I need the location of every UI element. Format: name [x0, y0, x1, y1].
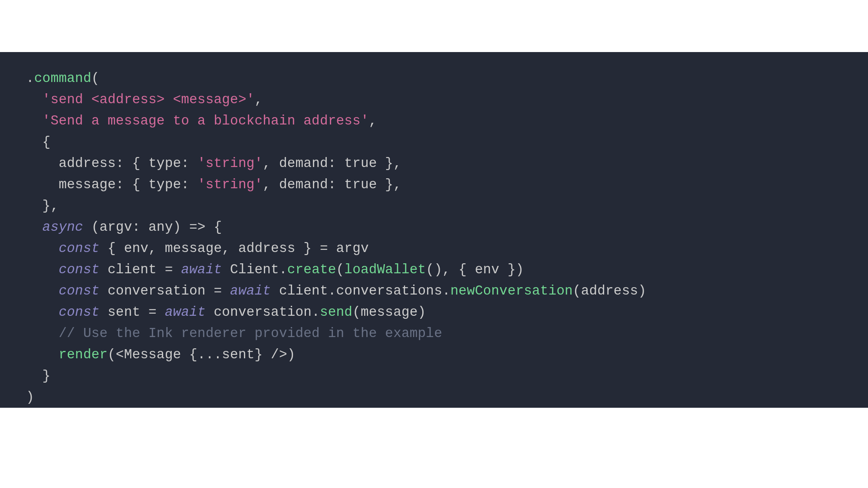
code-token: render [59, 347, 108, 362]
code-token: address: { type: [26, 156, 197, 171]
code-token [26, 92, 43, 107]
code-token: . [26, 71, 34, 86]
code-token: , demand: true }, [263, 177, 401, 192]
code-panel: .command( 'send <address> <message>', 'S… [0, 52, 868, 408]
code-token: { [26, 134, 50, 150]
code-token [26, 219, 43, 235]
code-token: const [59, 305, 99, 320]
code-token: Client. [222, 262, 287, 277]
code-token: const [59, 283, 99, 298]
code-token: client = [99, 262, 181, 277]
code-token: (<Message {...sent} />) [108, 347, 295, 362]
code-token: (argv: any) => { [83, 219, 222, 235]
code-token: , [369, 113, 377, 128]
code-token: 'send <address> <message>' [43, 92, 255, 107]
code-token: const [59, 241, 99, 256]
code-token [26, 283, 59, 298]
code-token: async [43, 219, 83, 235]
code-token: conversation = [99, 283, 230, 298]
code-token: , demand: true }, [263, 156, 401, 171]
code-token: conversation. [206, 305, 320, 320]
code-token: (address) [573, 283, 646, 298]
code-token [26, 113, 43, 128]
code-token: newConversation [450, 283, 573, 298]
code-token: 'Send a message to a blockchain address' [43, 113, 369, 128]
code-token: message: { type: [26, 177, 197, 192]
code-token: command [34, 71, 92, 86]
code-token: // Use the Ink renderer provided in the … [59, 326, 442, 341]
code-token: ( [91, 71, 99, 86]
code-token: , [255, 92, 263, 107]
code-token [26, 347, 59, 362]
code-token [26, 305, 59, 320]
code-token: await [230, 283, 271, 298]
code-token: { env, message, address } = argv [99, 241, 369, 256]
code-token: create [287, 262, 336, 277]
code-token: sent = [99, 305, 164, 320]
code-token [26, 262, 59, 277]
code-token: const [59, 262, 99, 277]
code-token: await [165, 305, 206, 320]
code-token: 'string' [197, 156, 263, 171]
code-token [26, 326, 59, 341]
code-token: 'string' [197, 177, 263, 192]
code-token: ) [26, 390, 34, 405]
code-token [26, 241, 59, 256]
code-token: (message) [352, 305, 426, 320]
code-token: }, [26, 198, 59, 213]
code-token: loadWallet [344, 262, 426, 277]
code-token: (), { env }) [426, 262, 524, 277]
code-block: .command( 'send <address> <message>', 'S… [26, 68, 842, 408]
code-token: await [181, 262, 222, 277]
code-token: send [320, 305, 352, 320]
code-token: client.conversations. [271, 283, 450, 298]
code-token: ( [336, 262, 345, 277]
code-token: } [26, 368, 50, 383]
